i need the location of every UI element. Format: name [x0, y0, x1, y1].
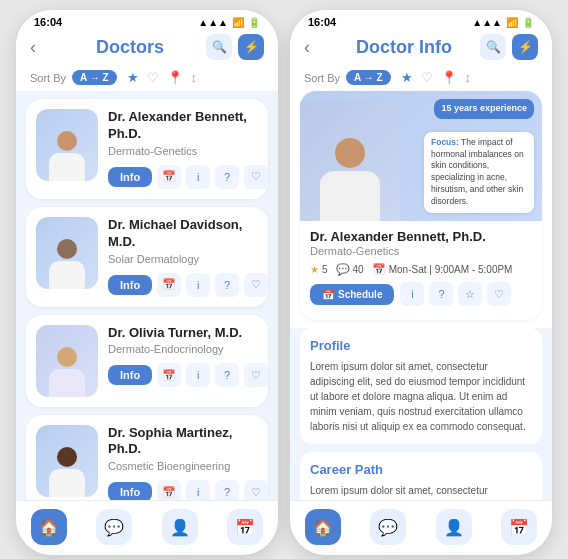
- schedule-button[interactable]: 📅 Schedule: [310, 284, 394, 305]
- heart-icon-2[interactable]: ♡: [244, 273, 268, 297]
- nav-calendar-left[interactable]: 📅: [227, 509, 263, 545]
- calendar-icon-1[interactable]: 📅: [157, 165, 181, 189]
- profile-icon-left: 👤: [162, 509, 198, 545]
- info-icon-4[interactable]: i: [186, 480, 210, 500]
- doctor-card-4: Dr. Sophia Martinez, Ph.D. Cosmetic Bioe…: [26, 415, 268, 500]
- doc-image-section: 15 years experience Focus: The impact of…: [300, 91, 542, 221]
- back-button-right[interactable]: ‹: [304, 37, 328, 58]
- home-icon-left: 🏠: [31, 509, 67, 545]
- info-icon-3[interactable]: i: [186, 363, 210, 387]
- search-icon-left[interactable]: 🔍: [206, 34, 232, 60]
- sort-badge-left[interactable]: A → Z: [72, 70, 117, 85]
- doc-meta: Dr. Alexander Bennett, Ph.D. Dermato-Gen…: [300, 221, 542, 320]
- doc-stats: ★ 5 💬 40 📅 Mon-Sat | 9:00AM - 5:00PM: [310, 263, 532, 276]
- info-button-3[interactable]: Info: [108, 365, 152, 385]
- profile-icon-right: 👤: [436, 509, 472, 545]
- calendar-nav-icon-right: 📅: [501, 509, 537, 545]
- status-icons-right: ▲▲▲ 📶 🔋: [472, 17, 534, 28]
- schedule-stat: 📅 Mon-Sat | 9:00AM - 5:00PM: [372, 263, 513, 276]
- info-action-icon[interactable]: i: [400, 282, 424, 306]
- profile-title: Profile: [310, 338, 532, 353]
- doc-action-icons: i ? ☆ ♡: [400, 282, 511, 306]
- heart-action-icon[interactable]: ♡: [487, 282, 511, 306]
- avatar-1: [36, 109, 98, 181]
- phones-container: 16:04 ▲▲▲ 📶 🔋 ‹ Doctors 🔍 ⚡ Sort By A → …: [6, 0, 562, 559]
- card-actions-3: Info 📅 i ? ♡: [108, 363, 268, 387]
- heart-sort-icon[interactable]: ♡: [147, 70, 159, 85]
- header-icons-right: 🔍 ⚡: [480, 34, 538, 60]
- heart-icon-1[interactable]: ♡: [244, 165, 268, 189]
- back-button-left[interactable]: ‹: [30, 37, 54, 58]
- status-bar-right: 16:04 ▲▲▲ 📶 🔋: [290, 10, 552, 30]
- experience-badge: 15 years experience: [434, 99, 534, 119]
- location-sort-icon[interactable]: 📍: [167, 70, 183, 85]
- sort-badge-right[interactable]: A → Z: [346, 70, 391, 85]
- header-icons-left: 🔍 ⚡: [206, 34, 264, 60]
- nav-chat-right[interactable]: 💬: [370, 509, 406, 545]
- nav-chat-left[interactable]: 💬: [96, 509, 132, 545]
- doctor-specialty-1: Dermato-Genetics: [108, 145, 268, 157]
- calendar-icon-2[interactable]: 📅: [157, 273, 181, 297]
- question-icon-2[interactable]: ?: [215, 273, 239, 297]
- doctor-info-2: Dr. Michael Davidson, M.D. Solar Dermato…: [108, 217, 268, 297]
- calendar-icon-4[interactable]: 📅: [157, 480, 181, 500]
- card-actions-4: Info 📅 i ? ♡: [108, 480, 268, 500]
- info-icon-1[interactable]: i: [186, 165, 210, 189]
- question-icon-4[interactable]: ?: [215, 480, 239, 500]
- doctor-info-1: Dr. Alexander Bennett, Ph.D. Dermato-Gen…: [108, 109, 268, 189]
- heart-sort-icon-right[interactable]: ♡: [421, 70, 433, 85]
- nav-profile-right[interactable]: 👤: [436, 509, 472, 545]
- signal-icon: ▲▲▲: [198, 17, 228, 28]
- avatar-4: [36, 425, 98, 497]
- page-title-left: Doctors: [54, 37, 206, 58]
- signal-icon-right: ▲▲▲: [472, 17, 502, 28]
- filter-sort-icon-right[interactable]: ↕: [465, 70, 472, 85]
- wifi-icon: 📶: [232, 17, 244, 28]
- page-title-right: Doctor Info: [328, 37, 480, 58]
- info-button-1[interactable]: Info: [108, 167, 152, 187]
- doc-schedule-row: 📅 Schedule i ? ☆ ♡: [310, 282, 532, 314]
- filter-icon-right[interactable]: ⚡: [512, 34, 538, 60]
- question-action-icon[interactable]: ?: [429, 282, 453, 306]
- card-actions-1: Info 📅 i ? ♡: [108, 165, 268, 189]
- heart-icon-4[interactable]: ♡: [244, 480, 268, 500]
- filter-sort-icon[interactable]: ↕: [191, 70, 198, 85]
- nav-calendar-right[interactable]: 📅: [501, 509, 537, 545]
- filter-icon-left[interactable]: ⚡: [238, 34, 264, 60]
- star-sort-icon[interactable]: ★: [127, 70, 139, 85]
- location-sort-icon-right[interactable]: 📍: [441, 70, 457, 85]
- info-button-4[interactable]: Info: [108, 482, 152, 500]
- doctor-info-3: Dr. Olivia Turner, M.D. Dermato-Endocrin…: [108, 325, 268, 388]
- star-sort-icon-right[interactable]: ★: [401, 70, 413, 85]
- header-right: ‹ Doctor Info 🔍 ⚡: [290, 30, 552, 66]
- schedule-btn-label: Schedule: [338, 289, 382, 300]
- search-icon-right[interactable]: 🔍: [480, 34, 506, 60]
- info-icon-2[interactable]: i: [186, 273, 210, 297]
- nav-home-right[interactable]: 🏠: [305, 509, 341, 545]
- calendar-icon-3[interactable]: 📅: [157, 363, 181, 387]
- heart-icon-3[interactable]: ♡: [244, 363, 268, 387]
- question-icon-1[interactable]: ?: [215, 165, 239, 189]
- doctor-info-card: 15 years experience Focus: The impact of…: [300, 91, 542, 320]
- nav-profile-left[interactable]: 👤: [162, 509, 198, 545]
- calendar-nav-icon-left: 📅: [227, 509, 263, 545]
- info-button-2[interactable]: Info: [108, 275, 152, 295]
- nav-home-left[interactable]: 🏠: [31, 509, 67, 545]
- chat-reviews-icon: 💬: [336, 263, 350, 276]
- header-left: ‹ Doctors 🔍 ⚡: [16, 30, 278, 66]
- question-icon-3[interactable]: ?: [215, 363, 239, 387]
- avatar-3: [36, 325, 98, 397]
- sort-bar-right: Sort By A → Z ★ ♡ 📍 ↕: [290, 66, 552, 91]
- battery-icon: 🔋: [248, 17, 260, 28]
- doctor-name-4: Dr. Sophia Martinez, Ph.D.: [108, 425, 268, 459]
- bottom-nav-right: 🏠 💬 👤 📅: [290, 500, 552, 555]
- sort-icons-right: ★ ♡ 📍 ↕: [401, 70, 472, 85]
- career-section: Career Path Lorem ipsum dolor sit amet, …: [300, 452, 542, 500]
- doctors-list: Dr. Alexander Bennett, Ph.D. Dermato-Gen…: [16, 91, 278, 500]
- career-text: Lorem ipsum dolor sit amet, consectetur …: [310, 483, 532, 500]
- star-action-icon[interactable]: ☆: [458, 282, 482, 306]
- schedule-btn-icon: 📅: [322, 289, 334, 300]
- doctor-specialty-3: Dermato-Endocrinology: [108, 343, 268, 355]
- doctor-card-2: Dr. Michael Davidson, M.D. Solar Dermato…: [26, 207, 268, 307]
- doctor-card-3: Dr. Olivia Turner, M.D. Dermato-Endocrin…: [26, 315, 268, 407]
